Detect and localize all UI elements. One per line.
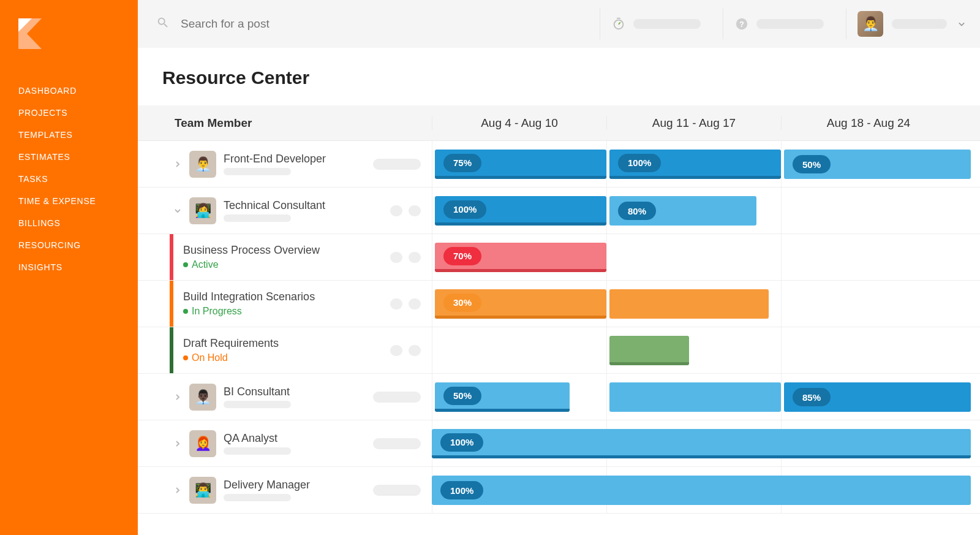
resource-row[interactable]: 👨🏿‍💼BI Consultant50%85% <box>138 374 980 420</box>
allocation-percent: 100% <box>443 200 486 219</box>
row-color-marker <box>170 281 173 327</box>
logo-icon <box>18 18 49 49</box>
row-info: Build Integration ScenariosIn Progress <box>183 290 315 317</box>
row-sub-placeholder <box>224 494 291 501</box>
allocation-bar[interactable] <box>609 336 689 365</box>
row-actions <box>373 392 432 403</box>
allocation-bar[interactable] <box>609 289 769 319</box>
nav-item[interactable]: TASKS <box>18 174 138 184</box>
status-text: In Progress <box>192 306 242 317</box>
svg-line-3 <box>619 22 620 25</box>
help-widget[interactable]: ? <box>723 9 835 39</box>
allocation-percent: 80% <box>618 202 656 220</box>
resource-row[interactable]: 👨‍💻Delivery Manager100% <box>138 467 980 514</box>
action-placeholder[interactable] <box>390 345 402 356</box>
allocation-bar[interactable]: 75% <box>435 150 606 179</box>
row-info: Technical Consultant <box>224 199 325 222</box>
row-sub-placeholder <box>224 401 291 408</box>
row-title: Front-End Developer <box>224 153 326 165</box>
allocation-bar[interactable]: 30% <box>435 289 606 319</box>
row-timeline: 70% <box>432 234 980 280</box>
allocation-bar[interactable]: 100% <box>435 196 606 226</box>
chevron-right-icon[interactable] <box>173 486 182 495</box>
allocation-bar[interactable]: 70% <box>435 243 606 272</box>
action-placeholder[interactable] <box>373 392 421 403</box>
allocation-bar[interactable]: 50% <box>784 150 971 179</box>
allocation-percent: 50% <box>793 155 831 173</box>
help-placeholder <box>756 19 824 29</box>
search-input[interactable] <box>181 17 426 31</box>
nav-item[interactable]: DASHBOARD <box>18 86 138 96</box>
action-placeholder[interactable] <box>390 252 402 263</box>
action-placeholder[interactable] <box>409 252 421 263</box>
row-info: Front-End Developer <box>224 153 326 175</box>
row-avatar: 👨🏿‍💼 <box>189 384 216 411</box>
app-root: DASHBOARDPROJECTSTEMPLATESESTIMATESTASKS… <box>0 0 980 535</box>
nav-item[interactable]: TEMPLATES <box>18 130 138 140</box>
row-timeline: 75%100%50% <box>432 141 980 187</box>
resource-row[interactable]: 👩‍💻Technical Consultant100%80% <box>138 188 980 234</box>
chevron-down-icon[interactable] <box>173 207 182 215</box>
row-timeline: 50%85% <box>432 374 980 420</box>
row-actions <box>373 438 432 449</box>
task-row[interactable]: Business Process OverviewActive70% <box>138 234 980 281</box>
nav-item[interactable]: ESTIMATES <box>18 152 138 162</box>
row-left: 👨‍💼Front-End Developer <box>138 141 432 187</box>
allocation-bar[interactable]: 100% <box>609 150 781 179</box>
action-placeholder[interactable] <box>409 345 421 356</box>
row-left: Business Process OverviewActive <box>138 234 432 280</box>
row-timeline: 30% <box>432 281 980 327</box>
allocation-bar[interactable]: 85% <box>784 382 971 412</box>
nav-item[interactable]: RESOURCING <box>18 240 138 250</box>
row-actions <box>373 159 432 170</box>
allocation-percent: 75% <box>443 154 481 172</box>
row-actions <box>390 252 432 263</box>
main: ? 👨‍💼 Resource Center Team Member Aug 4 … <box>138 0 980 535</box>
action-placeholder[interactable] <box>390 298 402 309</box>
user-avatar: 👨‍💼 <box>858 11 883 37</box>
column-week2: Aug 11 - Aug 17 <box>606 116 781 130</box>
row-actions <box>390 205 432 216</box>
action-placeholder[interactable] <box>373 438 421 449</box>
allocation-percent: 100% <box>618 154 661 172</box>
row-sub-placeholder <box>224 447 291 455</box>
column-week1: Aug 4 - Aug 10 <box>432 116 606 130</box>
column-week3: Aug 18 - Aug 24 <box>781 116 956 130</box>
allocation-bar[interactable]: 80% <box>609 196 756 226</box>
week-cell <box>781 281 956 327</box>
action-placeholder[interactable] <box>373 159 421 170</box>
row-timeline <box>432 327 980 373</box>
action-placeholder[interactable] <box>373 485 421 496</box>
task-row[interactable]: Draft RequirementsOn Hold <box>138 327 980 374</box>
timer-widget[interactable] <box>600 9 712 39</box>
rows-container: 👨‍💼Front-End Developer75%100%50%👩‍💻Techn… <box>138 141 980 514</box>
row-left: 👨🏿‍💼BI Consultant <box>138 374 432 420</box>
timer-placeholder <box>633 19 701 29</box>
allocation-bar[interactable] <box>609 382 781 412</box>
chevron-right-icon[interactable] <box>173 393 182 401</box>
nav-item[interactable]: TIME & EXPENSE <box>18 196 138 206</box>
resource-row[interactable]: 👨‍💼Front-End Developer75%100%50% <box>138 141 980 188</box>
week-cell <box>781 188 956 233</box>
topbar: ? 👨‍💼 <box>138 0 980 48</box>
allocation-bar[interactable]: 100% <box>432 429 971 458</box>
row-title: QA Analyst <box>224 432 291 445</box>
sidebar-nav: DASHBOARDPROJECTSTEMPLATESESTIMATESTASKS… <box>0 86 138 272</box>
nav-item[interactable]: INSIGHTS <box>18 262 138 272</box>
task-row[interactable]: Build Integration ScenariosIn Progress30… <box>138 281 980 327</box>
row-actions <box>373 485 432 496</box>
resource-row[interactable]: 👩‍🦰QA Analyst100% <box>138 420 980 467</box>
action-placeholder[interactable] <box>409 298 421 309</box>
nav-item[interactable]: PROJECTS <box>18 108 138 118</box>
allocation-bar[interactable]: 100% <box>432 476 971 505</box>
action-placeholder[interactable] <box>409 205 421 216</box>
allocation-bar[interactable]: 50% <box>435 382 570 412</box>
row-actions <box>390 298 432 309</box>
chevron-right-icon[interactable] <box>173 439 182 448</box>
row-avatar: 👨‍💻 <box>189 477 216 504</box>
chevron-right-icon[interactable] <box>173 160 182 169</box>
action-placeholder[interactable] <box>390 205 402 216</box>
user-widget[interactable]: 👨‍💼 <box>846 9 968 39</box>
nav-item[interactable]: BILLINGS <box>18 218 138 228</box>
status-dot-icon <box>183 262 188 267</box>
